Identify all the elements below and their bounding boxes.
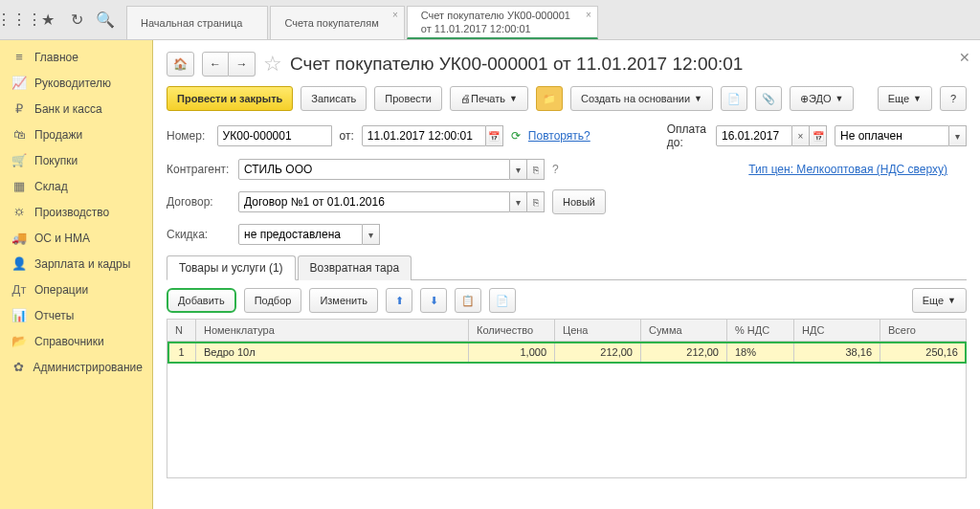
print-button[interactable]: 🖨 Печать▼: [450, 86, 528, 111]
nav-icon: 🚚: [10, 231, 29, 245]
price-type-link[interactable]: Тип цен: Мелкооптовая (НДС сверху): [748, 163, 947, 176]
counterparty-input[interactable]: [238, 159, 510, 180]
apps-icon[interactable]: ⋮⋮⋮: [6, 7, 33, 33]
top-tab[interactable]: Начальная страница: [126, 6, 268, 39]
move-up-button[interactable]: ⬆: [386, 288, 412, 313]
sidebar-item[interactable]: 👤Зарплата и кадры: [0, 251, 152, 277]
write-button[interactable]: Записать: [301, 86, 367, 111]
column-header[interactable]: Цена: [555, 320, 641, 342]
table-row[interactable]: 1Ведро 10л1,000212,00212,0018%38,16250,1…: [167, 342, 967, 364]
column-header[interactable]: Всего: [880, 320, 967, 342]
table-more-button[interactable]: Еще▼: [912, 288, 967, 313]
close-icon[interactable]: ×: [392, 9, 398, 21]
sidebar-item[interactable]: 🛒Покупки: [0, 147, 152, 173]
pick-button[interactable]: Подбор: [244, 288, 302, 313]
help-icon[interactable]: ?: [552, 163, 559, 176]
sidebar-item[interactable]: ✿Администрирование: [0, 354, 152, 380]
table-cell: 250,16: [880, 342, 967, 364]
history-icon[interactable]: ↻: [63, 7, 90, 33]
column-header[interactable]: % НДС: [727, 320, 794, 342]
column-header[interactable]: N: [167, 320, 196, 342]
back-button[interactable]: ←: [202, 52, 229, 77]
number-input[interactable]: [217, 125, 332, 146]
from-label: от:: [340, 129, 354, 143]
nav-icon: Дт: [10, 282, 29, 297]
payuntil-label: Оплата до:: [667, 122, 708, 149]
sidebar-item[interactable]: ≡Главное: [0, 44, 152, 70]
nav-label: Администрирование: [33, 361, 143, 374]
status-select[interactable]: [835, 125, 949, 146]
folder-button[interactable]: 📁: [536, 86, 563, 111]
nav-label: Главное: [34, 51, 78, 64]
repeat-link[interactable]: Повторять?: [528, 129, 590, 143]
home-button[interactable]: 🏠: [167, 52, 194, 77]
star-icon[interactable]: ★: [34, 7, 61, 33]
items-table: NНоменклатураКоличествоЦенаСумма% НДСНДС…: [167, 319, 967, 364]
sidebar-item[interactable]: ▦Склад: [0, 173, 152, 199]
sidebar-item[interactable]: ДтОперации: [0, 277, 152, 302]
add-button[interactable]: Добавить: [167, 288, 236, 313]
create-based-button[interactable]: Создать на основании▼: [570, 86, 713, 111]
open-icon[interactable]: ⎘: [527, 191, 545, 212]
nav-icon: ₽: [10, 101, 29, 116]
more-button[interactable]: Еще▼: [878, 86, 932, 111]
attach-button[interactable]: 📎: [755, 86, 782, 111]
favorite-star-icon[interactable]: ☆: [263, 52, 282, 77]
sidebar-item[interactable]: ⛭Производство: [0, 199, 152, 225]
nav-label: Справочники: [34, 335, 104, 348]
post-button[interactable]: Провести: [374, 86, 442, 111]
nav-icon: 👤: [10, 256, 29, 271]
sidebar-item[interactable]: 🛍Продажи: [0, 122, 152, 147]
nav-icon: ≡: [10, 50, 29, 64]
sidebar-item[interactable]: 📈Руководителю: [0, 70, 152, 96]
nav-label: ОС и НМА: [34, 232, 90, 245]
close-icon[interactable]: ×: [586, 9, 591, 21]
dropdown-icon[interactable]: ▾: [363, 224, 380, 245]
dropdown-icon[interactable]: ▾: [949, 125, 967, 146]
search-icon[interactable]: 🔍: [92, 7, 119, 33]
post-and-close-button[interactable]: Провести и закрыть: [167, 86, 293, 111]
new-contract-button[interactable]: Новый: [552, 189, 606, 214]
table-cell: 18%: [727, 342, 794, 364]
forward-button[interactable]: →: [229, 52, 256, 77]
edit-button[interactable]: Изменить: [309, 288, 378, 313]
table-cell: 1,000: [469, 342, 555, 364]
nav-icon: 📊: [10, 308, 29, 322]
content-tab[interactable]: Товары и услуги (1): [167, 255, 296, 280]
close-icon[interactable]: ✕: [959, 50, 970, 65]
date-input[interactable]: [362, 125, 486, 146]
sidebar-item[interactable]: 🚚ОС и НМА: [0, 225, 152, 251]
content-tab[interactable]: Возвратная тара: [298, 255, 412, 280]
contract-input[interactable]: [238, 191, 510, 212]
paste-button[interactable]: 📄: [489, 288, 516, 313]
top-tab[interactable]: Счет покупателю УК00-000001 от 11.01.201…: [407, 6, 598, 39]
edo-button[interactable]: ⊕ ЭДО▼: [790, 86, 854, 111]
move-down-button[interactable]: ⬇: [420, 288, 447, 313]
number-label: Номер:: [167, 129, 217, 143]
open-icon[interactable]: ⎘: [527, 159, 545, 180]
counterparty-label: Контрагент:: [167, 163, 238, 176]
calendar-icon[interactable]: 📅: [486, 125, 503, 146]
copy-button[interactable]: 📋: [455, 288, 481, 313]
repeat-icon[interactable]: ⟳: [511, 129, 521, 143]
column-header[interactable]: Номенклатура: [196, 320, 469, 342]
help-button[interactable]: ?: [940, 86, 967, 111]
column-header[interactable]: Количество: [469, 320, 555, 342]
nav-label: Отчеты: [34, 309, 74, 322]
nav-icon: 🛍: [10, 127, 29, 142]
sidebar-item[interactable]: 📂Справочники: [0, 328, 152, 354]
dropdown-icon[interactable]: ▾: [510, 191, 527, 212]
column-header[interactable]: Сумма: [641, 320, 727, 342]
calendar-icon[interactable]: 📅: [810, 125, 827, 146]
report-button[interactable]: 📄: [721, 86, 747, 111]
clear-icon[interactable]: ×: [792, 125, 810, 146]
sidebar-item[interactable]: ₽Банк и касса: [0, 96, 152, 122]
page-title: Счет покупателю УК00-000001 от 11.01.201…: [290, 54, 743, 75]
dropdown-icon[interactable]: ▾: [510, 159, 527, 180]
nav-label: Руководителю: [34, 77, 111, 90]
payuntil-input[interactable]: [716, 125, 792, 146]
sidebar-item[interactable]: 📊Отчеты: [0, 302, 152, 328]
discount-select[interactable]: [238, 224, 363, 245]
top-tab[interactable]: Счета покупателям×: [270, 6, 404, 39]
column-header[interactable]: НДС: [794, 320, 880, 342]
